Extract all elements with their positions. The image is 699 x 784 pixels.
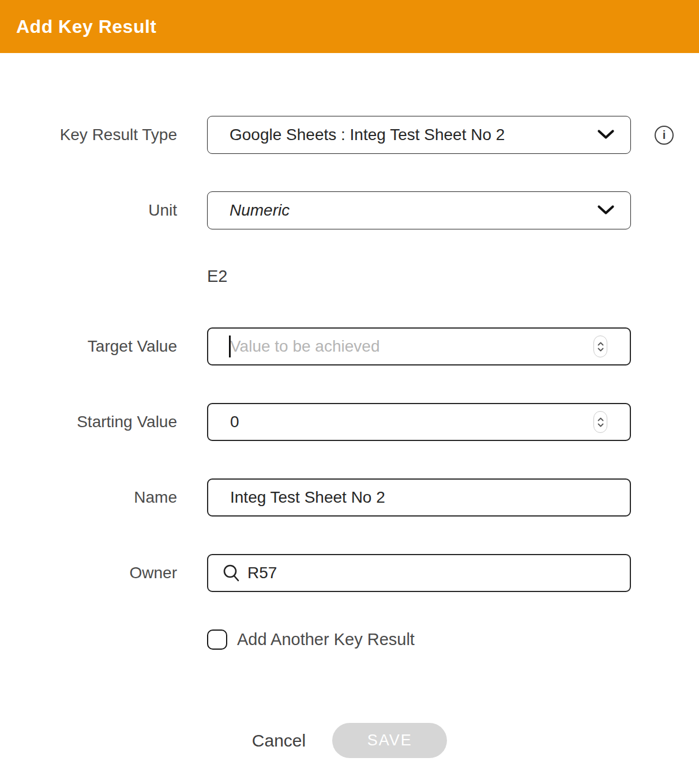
add-another-label: Add Another Key Result [237,630,415,649]
unit-value: Numeric [230,201,290,220]
unit-label: Unit [0,201,177,220]
owner-label: Owner [0,564,177,582]
cell-reference-text: E2 [207,267,227,286]
unit-row: Unit Numeric [0,191,699,229]
chevron-down-icon [597,129,615,141]
cell-reference-row: E2 [0,267,699,286]
key-result-type-row: Key Result Type Google Sheets : Integ Te… [0,116,699,154]
starting-value-input[interactable] [207,403,631,441]
number-spinner[interactable] [593,411,607,433]
owner-search-input[interactable] [207,554,631,592]
save-button[interactable]: SAVE [332,723,447,758]
search-icon [223,564,240,582]
add-another-row: Add Another Key Result [207,630,699,650]
add-key-result-form: Key Result Type Google Sheets : Integ Te… [0,53,699,758]
target-value-label: Target Value [0,337,177,356]
key-result-type-value: Google Sheets : Integ Test Sheet No 2 [230,126,505,144]
dialog-title: Add Key Result [16,16,156,37]
chevron-down-icon [597,205,615,216]
number-spinner[interactable] [593,336,607,357]
add-another-checkbox[interactable] [207,630,227,650]
target-value-row: Target Value [0,327,699,365]
name-row: Name [0,478,699,517]
owner-row: Owner [0,554,699,592]
starting-value-row: Starting Value [0,403,699,441]
unit-select[interactable]: Numeric [207,191,631,229]
cancel-button[interactable]: Cancel [252,731,306,751]
starting-value-label: Starting Value [0,413,177,431]
key-result-type-label: Key Result Type [0,126,177,144]
dialog-header: Add Key Result [0,0,699,53]
info-icon[interactable]: i [655,126,674,145]
name-label: Name [0,488,177,507]
name-input[interactable] [207,478,631,517]
key-result-type-select[interactable]: Google Sheets : Integ Test Sheet No 2 [207,116,631,154]
target-value-input[interactable] [207,327,631,365]
dialog-actions: Cancel SAVE [0,723,699,758]
text-caret [229,336,231,357]
